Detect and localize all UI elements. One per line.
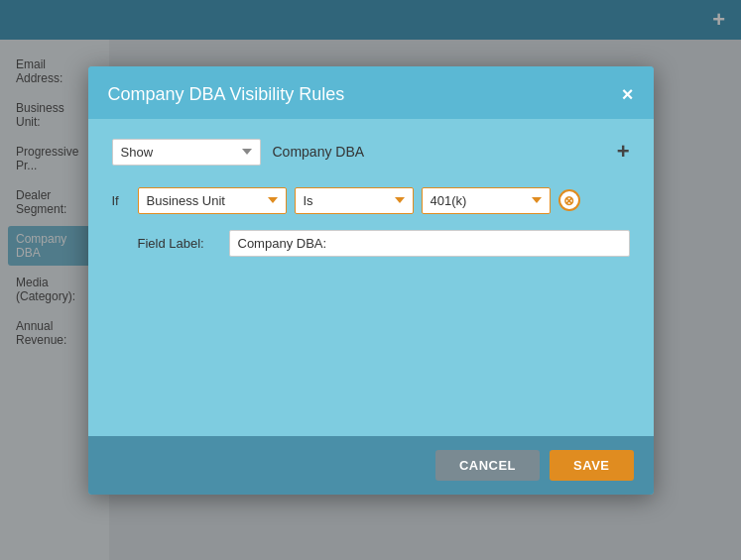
modal-title: Company DBA Visibility Rules: [108, 84, 345, 105]
field-label-text: Field Label:: [138, 236, 217, 251]
modal-overlay: Company DBA Visibility Rules × Show Hide…: [0, 0, 741, 560]
field-label-input[interactable]: [229, 230, 630, 257]
modal-header: Company DBA Visibility Rules ×: [88, 66, 654, 119]
cancel-button[interactable]: CANCEL: [435, 450, 540, 481]
modal-footer: CANCEL SAVE: [88, 436, 654, 495]
modal-body: Show Hide Company DBA + If Business Unit…: [88, 119, 654, 436]
condition-field-dropdown[interactable]: Business Unit Media (Category) Annual Re…: [138, 187, 287, 214]
condition-value-dropdown[interactable]: 401(k) Option2 Option3: [422, 187, 551, 214]
field-label-row: Field Label:: [138, 230, 630, 257]
condition-row: If Business Unit Media (Category) Annual…: [112, 187, 630, 214]
delete-condition-button[interactable]: ⊗: [558, 189, 580, 211]
save-button[interactable]: SAVE: [550, 450, 633, 481]
if-label: If: [112, 193, 130, 208]
delete-icon: ⊗: [563, 193, 574, 208]
show-dropdown[interactable]: Show Hide: [112, 139, 261, 166]
condition-operator-dropdown[interactable]: Is Is Not Contains: [295, 187, 414, 214]
modal-close-button[interactable]: ×: [622, 84, 634, 104]
show-row: Show Hide Company DBA +: [112, 139, 630, 166]
add-condition-icon[interactable]: +: [617, 141, 630, 163]
visibility-rules-modal: Company DBA Visibility Rules × Show Hide…: [88, 66, 654, 495]
company-dba-label: Company DBA: [273, 144, 605, 160]
